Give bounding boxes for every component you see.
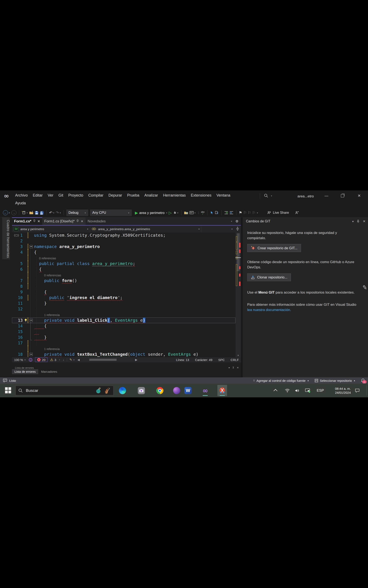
code-line-6[interactable]: 6 { [12,266,235,272]
document-tab[interactable]: Form1.cs [Diseño]*✕ [42,217,85,225]
warning-count-filter[interactable]: ⚠ 3 [50,358,56,362]
minimize-button[interactable]: — [321,190,332,201]
quick-actions-bulb[interactable] [24,317,28,323]
code-line-10[interactable]: 10 public "ingrese el diametro"; [12,295,235,300]
add-collaborator-icon[interactable] [295,211,299,215]
menu-item-archivo[interactable]: Archivo [13,192,30,199]
menu-item-depurar[interactable]: Depurar [106,192,125,199]
window-layout-dropdown-icon[interactable]: ▾ [194,212,196,214]
clock[interactable]: 08:44 a. m. 24/01/2024 [328,384,351,397]
codelens-references[interactable]: 1 referencia [34,313,60,317]
document-tab[interactable]: Form1.cs*✕ [12,217,42,225]
menu-item-herramientas[interactable]: Herramientas [160,192,188,199]
codelens-row[interactable]: 1 referencia [12,346,235,352]
clone-repo-button[interactable]: Clonar repositorio... [247,273,291,281]
split-editor-handle[interactable] [234,226,241,232]
start-without-debugging-icon[interactable]: ▷ [169,210,172,215]
keyboard-language-indicator[interactable]: ESP [317,384,324,397]
code-line-8[interactable]: 8 [12,283,235,289]
action-center-icon[interactable] [355,384,359,397]
code-line-1[interactable]: {}1using System.Security.Cryptography.X5… [12,233,235,238]
code-line-7[interactable]: 7 public form() [12,278,235,283]
code-line-9[interactable]: 9 { [12,289,235,295]
open-file-button[interactable] [29,211,34,215]
hscroll-right-arrow-icon[interactable]: ▶ [135,358,137,362]
notifications-bell-icon[interactable]: 1 [361,379,365,383]
type-dropdown[interactable]: area_y_perimetro.area_y_perimetro▾ [90,226,202,233]
editor-horizontal-scrollbar[interactable] [82,359,133,361]
previous-issue-icon[interactable]: ↑ [59,358,60,362]
navigate-back-icon[interactable]: ← [3,210,8,215]
spell-check-icon[interactable]: abc✓ [201,211,205,215]
taskbar-camera-icon[interactable] [137,385,146,396]
bookmarks-dropdown-icon[interactable]: ▾ [257,212,258,214]
taskbar-visual-studio-icon[interactable]: ∞ [200,385,210,396]
menu-item-editar[interactable]: Editar [30,192,45,199]
menu-item-ventana[interactable]: Ventana [214,192,233,199]
codelens-references[interactable]: 1 referencia [34,347,60,351]
taskbar-edge-icon[interactable] [118,385,127,396]
panel-dropdown-icon[interactable]: ▾ [229,366,230,369]
menu-item-extensiones[interactable]: Extensiones [188,192,214,199]
next-issue-icon[interactable]: ↓ [63,358,64,362]
code-line-18[interactable]: 18 private void textBox1_TextChanged(obj… [12,352,235,357]
fold-toggle[interactable] [30,353,33,356]
window-layout-button[interactable]: ▾ [189,211,196,215]
code-line-4[interactable]: 4{ [12,249,235,255]
live-share-button[interactable]: Live Share [267,211,289,215]
hot-reload-dropdown-icon[interactable]: ▾ [177,212,179,214]
previous-bookmark-icon[interactable]: ⚐ [243,210,247,215]
navigate-structure-icon[interactable] [215,211,219,215]
undo-dropdown-icon[interactable]: ▾ [53,212,55,214]
taskbar-search-box[interactable]: Buscar [16,386,113,395]
code-editor[interactable]: {}1using System.Security.Cryptography.X5… [12,233,241,357]
new-project-button[interactable]: ▾ [22,211,28,215]
documentation-link[interactable]: lea nuestra documentación. [247,308,291,312]
error-list-panel-header[interactable]: Lista de errores ▾ ⊼ ✕ [12,366,241,369]
run-target-dropdown-icon[interactable]: ▾ [166,212,168,214]
document-tab[interactable]: Novedades [85,217,108,225]
navigate-forward-icon[interactable]: → [11,210,16,215]
space-mode-indicator[interactable]: SPC [218,358,225,362]
editor-vertical-scrollbar[interactable]: ▲ ▼ [235,233,241,357]
code-line-15[interactable]: 15 [12,329,235,335]
codelens-references[interactable]: 0 referencias [34,274,61,277]
taskbar-word-icon[interactable]: W [183,385,193,396]
zoom-control[interactable]: 100 %▾ [14,358,26,362]
code-line-13[interactable]: 13 private void label1_Click(, EventArgs… [12,317,235,323]
search-control[interactable]: ▾ [264,193,272,198]
code-line-3[interactable]: 3namespace area_y_perimetro [12,244,235,249]
next-bookmark-icon[interactable]: ⚐ [248,210,251,215]
code-line-5[interactable]: 5 public partial class area_y_perimetro; [12,261,235,266]
tab-close-icon[interactable]: ✕ [81,219,83,223]
error-count-filter[interactable]: ✕ 20 [35,357,48,362]
member-dropdown[interactable]: ▾ [202,226,234,233]
menu-item-prueba[interactable]: Prueba [125,192,142,199]
code-line-2[interactable]: 2 [12,238,235,244]
add-to-source-control-button[interactable]: ↑ Agregar al control de código fuente ▲ [253,379,309,382]
solution-configuration-dropdown[interactable]: Debug▾ [66,209,88,216]
menu-item-ayuda[interactable]: Ayuda [13,199,28,207]
go-to-definition-icon[interactable] [210,211,214,215]
codelens-row[interactable]: 0 referencias [12,255,235,261]
increase-indent-icon[interactable] [229,211,234,214]
fold-toggle[interactable] [30,319,33,322]
redo-icon[interactable]: ↷ [56,210,59,215]
codelens-references[interactable]: 0 referencias [34,257,56,260]
menu-item-analizar[interactable]: Analizar [142,192,160,199]
codelens-row[interactable]: 1 referencia [12,312,235,317]
codelens-row[interactable]: 0 referencias [12,272,235,278]
back-dropdown-icon[interactable]: ▾ [9,212,10,214]
git-panel-close-icon[interactable]: ✕ [363,219,366,223]
tab-list-dropdown-icon[interactable]: ▾ [231,220,232,222]
project-dropdown[interactable]: C# area y perimetro▾ [12,226,90,233]
tray-expand-chevron-icon[interactable] [274,384,277,397]
clear-bookmarks-icon[interactable]: ⚐ [252,210,255,215]
code-cleanup-button[interactable]: ✎▾ [70,358,75,362]
feedback-icon[interactable] [3,379,7,383]
editor-git-splitter[interactable] [241,217,243,377]
taskbar-microsoft365-icon[interactable] [172,385,182,396]
close-button[interactable]: ✕ [354,190,365,201]
hot-reload-button[interactable]: ▾ [173,211,179,215]
toggle-bookmark-icon[interactable]: ⚑ [239,210,242,215]
